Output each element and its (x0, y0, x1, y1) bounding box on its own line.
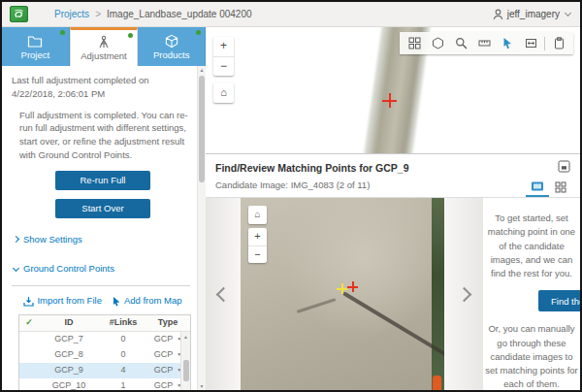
gcp-links: 4 (99, 364, 147, 376)
status-dot (196, 30, 201, 35)
measure-icon[interactable] (472, 32, 496, 54)
instructions-column: To get started, set matching point in on… (483, 198, 580, 390)
candidate-image-label: Candidate Image: IMG_4083 (2 of 11) (206, 174, 580, 198)
table-row[interactable]: GCP_80 GCP▼ (19, 347, 190, 363)
dock-window-icon[interactable] (558, 160, 570, 173)
gcp-marker-red-cross[interactable] (382, 93, 397, 108)
image-zoom-in-button[interactable]: + (248, 228, 267, 245)
instruction-get-started: To get started, set matching point in on… (484, 212, 579, 280)
scroll-up-icon[interactable]: ▲ (200, 67, 205, 73)
image-home-button[interactable]: ⌂ (248, 206, 267, 224)
pole-shadow (342, 291, 444, 358)
gcp-type: GCP (154, 364, 174, 376)
start-over-button[interactable]: Start Over (55, 199, 150, 218)
tab-label: Products (153, 49, 190, 60)
add-from-map-link[interactable]: Add from Map (112, 294, 182, 308)
status-dot (128, 33, 133, 38)
add-from-map-label: Add from Map (124, 294, 182, 308)
extent-frames-icon[interactable] (519, 32, 542, 54)
candidate-image[interactable]: ⌂ + − (241, 198, 444, 390)
instruction-manual: Or, you can manually go through these ca… (484, 322, 579, 390)
find-the-rest-button[interactable]: Find the Rest (538, 290, 580, 311)
scroll-up-icon[interactable]: ▲ (183, 334, 188, 341)
scrollbar-thumb[interactable] (183, 360, 189, 381)
basemap-hexagon-icon[interactable] (426, 32, 449, 54)
image-view-button[interactable] (526, 177, 549, 197)
chevron-right-icon (13, 236, 19, 243)
chevron-left-icon (215, 286, 231, 302)
zoom-in-button[interactable]: + (213, 37, 234, 56)
view-mode-toggle (526, 177, 572, 197)
scrollbar-thumb[interactable] (199, 76, 205, 182)
image-zoom-out-button[interactable]: − (248, 245, 267, 263)
image-collection-icon[interactable] (403, 32, 426, 54)
status-dot (60, 30, 65, 35)
map-view[interactable]: + − ⌂ Find/Review Matching Points for GC… (206, 27, 580, 390)
table-scrollbar[interactable]: ▲ ▼ (180, 332, 190, 390)
breadcrumb-projects-link[interactable]: Projects (54, 9, 89, 19)
tab-adjustment[interactable]: Adjustment (70, 27, 139, 66)
rerun-full-button[interactable]: Re-run Full (55, 171, 150, 190)
show-settings-toggle[interactable]: Show Settings (12, 233, 194, 246)
chevron-down-icon (13, 265, 19, 272)
vegetation-strip (432, 198, 444, 390)
user-menu[interactable]: jeff_imagery (493, 9, 570, 20)
panel-scrollbar[interactable]: ▲ ▼ (197, 66, 206, 390)
tab-products[interactable]: Products (138, 27, 206, 66)
section-divider (12, 285, 190, 286)
select-gcp-tool-icon[interactable] (496, 32, 519, 54)
breadcrumb-project-name: Image_Landbase_update 004200 (107, 9, 252, 19)
map-zoom-control: + − (213, 37, 234, 76)
zoom-out-button[interactable]: − (213, 56, 234, 76)
gcp-id: GCP_9 (39, 364, 99, 376)
theodolite-icon (96, 35, 112, 49)
gcp-section-toggle[interactable]: Ground Control Points (12, 262, 194, 276)
left-panel: Project Adjustment Products Last full ad… (2, 27, 206, 390)
next-image-button[interactable] (444, 198, 483, 390)
map-home-button[interactable]: ⌂ (213, 82, 234, 103)
adjustment-panel-content: Last full adjustment completed on 4/22/2… (2, 66, 197, 390)
previous-image-button[interactable] (206, 198, 241, 390)
arrow-shadow (297, 298, 337, 312)
matching-point-yellow-cross[interactable] (337, 283, 347, 294)
gcp-id: GCP_10 (39, 379, 99, 390)
clipboard-icon[interactable] (547, 32, 570, 54)
tab-project[interactable]: Project (2, 27, 70, 66)
toolbar-divider (544, 37, 545, 50)
gcp-type: GCP (154, 333, 174, 345)
tab-bar: Project Adjustment Products (2, 27, 206, 66)
table-row-selected[interactable]: GCP_94 GCP▼ (19, 363, 190, 378)
map-cursor-icon (112, 296, 121, 307)
user-icon (493, 9, 503, 20)
search-icon[interactable] (449, 32, 472, 54)
tab-label: Project (21, 49, 50, 60)
gcp-section-label: Ground Control Points (23, 262, 114, 276)
cube-icon (164, 34, 179, 49)
scroll-down-icon[interactable]: ▼ (200, 383, 205, 389)
chevron-right-icon (456, 286, 471, 302)
last-adjustment-status: Last full adjustment completed on 4/22/2… (12, 74, 194, 101)
gcp-type: GCP (154, 348, 174, 361)
gcp-links: 0 (99, 333, 147, 345)
top-bar: Projects > Image_Landbase_update 004200 … (2, 2, 580, 27)
gcp-red-cross[interactable] (347, 281, 358, 292)
adjustment-description: Full adjustment is completed. You can re… (12, 109, 194, 162)
import-from-file-label: Import from File (37, 294, 102, 308)
breadcrumb-separator: > (95, 9, 101, 19)
chevron-down-icon (565, 10, 571, 16)
import-from-file-link[interactable]: Import from File (23, 294, 102, 308)
check-column-header-icon: ✓ (19, 316, 39, 329)
app-logo-icon[interactable] (10, 6, 28, 22)
traffic-cone (433, 376, 441, 390)
grid-view-button[interactable] (549, 177, 572, 197)
user-name: jeff_imagery (507, 9, 560, 19)
gcp-links: 0 (99, 348, 147, 361)
tab-label: Adjustment (81, 50, 127, 61)
show-settings-label: Show Settings (23, 233, 82, 246)
gcp-type: GCP (154, 379, 174, 390)
table-row[interactable]: GCP_101 GCP▼ (19, 378, 190, 390)
gcp-table: ✓ ID #Links Type GCP_70 GCP▼ GCP_80 GCP▼… (18, 314, 191, 390)
table-row[interactable]: GCP_70 GCP▼ (19, 332, 190, 347)
gcp-id: GCP_8 (39, 348, 99, 361)
col-header-id: ID (39, 316, 99, 329)
